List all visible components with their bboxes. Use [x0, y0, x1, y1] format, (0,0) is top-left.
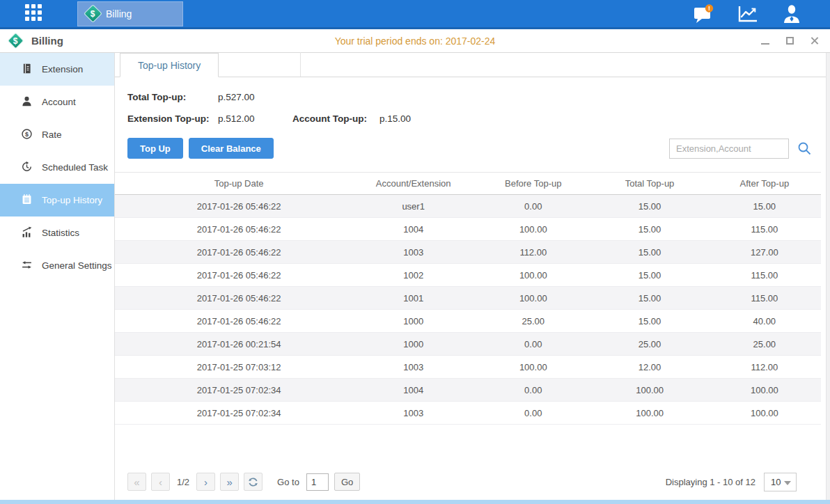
window-title: Billing: [31, 35, 63, 47]
cell-account-extension: 1004: [327, 385, 475, 395]
table-row[interactable]: 2017-01-26 05:46:22 1000 25.00 15.00 40.…: [115, 310, 821, 333]
cell-before-topup: 25.00: [475, 316, 591, 326]
prev-page-button[interactable]: ‹: [151, 473, 170, 491]
table-row[interactable]: 2017-01-26 05:46:22 user1 0.00 15.00 15.…: [115, 195, 821, 218]
app-tab-label: Billing: [106, 8, 132, 19]
cell-account-extension: 1003: [327, 408, 475, 418]
cell-before-topup: 0.00: [475, 339, 591, 349]
cell-before-topup: 100.00: [475, 362, 591, 372]
maximize-button[interactable]: [785, 36, 794, 46]
table-row[interactable]: 2017-01-26 05:46:22 1001 100.00 15.00 11…: [115, 287, 821, 310]
general-settings-icon: [21, 259, 33, 273]
topup-summary: Total Top-up: p.527.00 Extension Top-up:…: [115, 77, 826, 129]
app-grid-button[interactable]: [23, 2, 44, 26]
table-row[interactable]: 2017-01-26 05:46:22 1003 112.00 15.00 12…: [115, 241, 821, 264]
sidebar-item-statistics[interactable]: Statistics: [0, 216, 114, 249]
sidebar-item-label: General Settings: [42, 260, 112, 271]
app-grid-icon: [23, 2, 44, 26]
cell-before-topup: 100.00: [475, 293, 591, 304]
scrollbar-track[interactable]: [826, 53, 830, 500]
clear-balance-button[interactable]: Clear Balance: [189, 138, 274, 159]
page-size-value: 10: [771, 477, 781, 487]
refresh-icon: [248, 477, 258, 487]
page-size-select[interactable]: 10: [764, 473, 797, 491]
sidebar: Extension Account $ Rate: [0, 53, 115, 500]
goto-page-input[interactable]: [306, 473, 329, 491]
dropdown-arrow-icon: [784, 481, 791, 485]
header-before-topup[interactable]: Before Top-up: [475, 178, 591, 189]
table-row[interactable]: 2017-01-26 05:46:22 1002 100.00 15.00 11…: [115, 264, 821, 287]
statistics-chart-icon[interactable]: [737, 4, 759, 24]
bottom-strip: [0, 500, 830, 504]
cell-account-extension: 1000: [327, 316, 475, 326]
header-topup-date[interactable]: Top-up Date: [115, 178, 327, 189]
go-button[interactable]: Go: [334, 473, 360, 491]
sidebar-item-scheduled-task[interactable]: Scheduled Task: [0, 151, 114, 184]
app-tab-billing[interactable]: $ Billing: [77, 1, 183, 26]
main-content: Top-up History Total Top-up: p.527.00 Ex…: [115, 53, 830, 500]
header-account-extension[interactable]: Account/Extension: [327, 178, 475, 189]
last-page-button[interactable]: »: [220, 473, 239, 491]
page-indicator: 1/2: [177, 477, 189, 487]
trial-notice: Your trial period ends on: 2017-02-24: [0, 36, 830, 47]
sidebar-item-general-settings[interactable]: General Settings: [0, 249, 114, 282]
tab-strip-spacer: [219, 52, 301, 77]
svg-text:$: $: [25, 130, 29, 137]
cell-account-extension: user1: [327, 201, 475, 212]
cell-before-topup: 100.00: [475, 224, 591, 235]
table-row[interactable]: 2017-01-25 07:02:34 1003 0.00 100.00 100…: [115, 402, 821, 425]
account-icon: [21, 95, 33, 109]
billing-app-window: $ Billing !: [0, 0, 830, 504]
sidebar-item-rate[interactable]: $ Rate: [0, 118, 114, 151]
cell-after-topup: 15.00: [708, 201, 821, 212]
titlebar: $ Billing Your trial period ends on: 201…: [0, 29, 830, 53]
cell-topup-date: 2017-01-25 07:02:34: [115, 385, 327, 395]
account-topup-label: Account Top-up:: [292, 113, 379, 124]
cell-topup-date: 2017-01-26 05:46:22: [115, 316, 327, 326]
cell-topup-date: 2017-01-26 05:46:22: [115, 293, 327, 304]
top-up-button[interactable]: Top Up: [127, 138, 183, 159]
table-row[interactable]: 2017-01-26 05:46:22 1004 100.00 15.00 11…: [115, 218, 821, 241]
user-account-icon[interactable]: [781, 3, 802, 24]
table-row[interactable]: 2017-01-26 00:21:54 1000 0.00 25.00 25.0…: [115, 333, 821, 356]
cell-topup-date: 2017-01-25 07:03:12: [115, 362, 327, 372]
topbar: $ Billing !: [0, 0, 830, 29]
topup-history-table: Top-up Date Account/Extension Before Top…: [115, 172, 821, 425]
minimize-button[interactable]: [760, 36, 770, 46]
cell-total-topup: 15.00: [591, 247, 707, 258]
account-topup-value: p.15.00: [379, 113, 411, 124]
window-billing-icon: $: [7, 32, 24, 49]
total-topup-label: Total Top-up:: [127, 92, 218, 102]
window-controls: [760, 36, 819, 46]
minimize-icon: [761, 43, 769, 45]
first-page-button[interactable]: «: [127, 473, 146, 491]
topbar-right-icons: !: [692, 3, 802, 25]
cell-after-topup: 25.00: [708, 339, 821, 349]
search-input[interactable]: [669, 139, 789, 159]
tab-topup-history[interactable]: Top-up History: [120, 53, 219, 77]
close-button[interactable]: [809, 36, 819, 46]
sidebar-item-account[interactable]: Account: [0, 86, 114, 118]
cell-account-extension: 1003: [327, 247, 475, 258]
table-row[interactable]: 2017-01-25 07:02:34 1004 0.00 100.00 100…: [115, 379, 821, 402]
next-page-button[interactable]: ›: [196, 473, 215, 491]
sidebar-item-topup-history[interactable]: Top-up History: [0, 184, 114, 216]
header-after-topup[interactable]: After Top-up: [708, 178, 821, 189]
cell-total-topup: 15.00: [591, 201, 707, 212]
search-icon[interactable]: [797, 141, 812, 156]
extension-icon: [21, 63, 33, 77]
refresh-button[interactable]: [244, 473, 263, 491]
billing-diamond-icon: $: [84, 4, 102, 23]
header-total-topup[interactable]: Total Top-up: [591, 178, 707, 189]
cell-topup-date: 2017-01-26 05:46:22: [115, 201, 327, 212]
cell-topup-date: 2017-01-25 07:02:34: [115, 408, 327, 418]
svg-text:!: !: [708, 5, 710, 12]
sidebar-item-extension[interactable]: Extension: [0, 53, 114, 86]
close-icon: [810, 36, 819, 45]
total-topup-value: p.527.00: [218, 92, 292, 102]
message-icon[interactable]: !: [692, 3, 714, 25]
statistics-icon: [21, 226, 33, 240]
table-row[interactable]: 2017-01-25 07:03:12 1003 100.00 12.00 11…: [115, 356, 821, 379]
cell-after-topup: 100.00: [708, 408, 821, 418]
cell-account-extension: 1002: [327, 270, 475, 281]
